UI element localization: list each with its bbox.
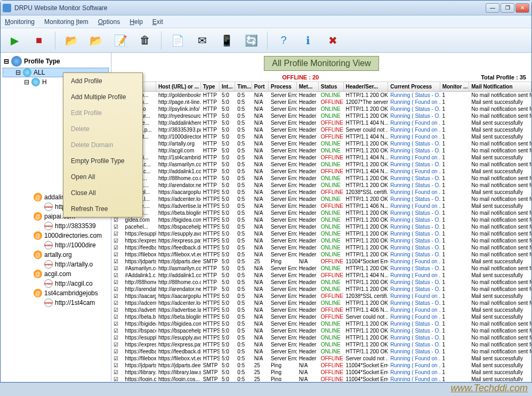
col-header[interactable]: Process: [269, 82, 297, 91]
menu-exit[interactable]: Exit: [152, 18, 163, 26]
col-header[interactable]: Type: [201, 82, 220, 91]
table-row[interactable]: ☑https://bigidea....https://bigidea.comH…: [111, 320, 531, 327]
table-row[interactable]: ☑dvertise....https://advertise.lati...HT…: [111, 203, 531, 209]
table-row[interactable]: ☑https://jdparts.de..https://jdparts.dee…: [111, 258, 531, 265]
table-row[interactable]: ☑https://advertis...https://advertise.la…: [111, 306, 531, 313]
tree-item[interactable]: wwwhttp://1000dire: [3, 240, 109, 250]
menu-monitoring-item[interactable]: Monitoring Item: [44, 18, 88, 26]
col-header[interactable]: Current Process: [388, 82, 440, 91]
table-row[interactable]: ☑dalink1.c...http://addalink1.comHTTP5:0…: [111, 168, 531, 175]
table-row[interactable]: ☑gidea.comhttps://bigidea.comHTTPS5:00:5…: [111, 216, 531, 223]
menu-help[interactable]: Help: [130, 18, 143, 26]
table-row[interactable]: ☑http://arendator...http://arendator.net…: [111, 286, 531, 293]
cell: Mail sent successfully: [469, 99, 531, 105]
menu-options[interactable]: Options: [98, 18, 120, 26]
table-row[interactable]: ☑https://adcenter...https://adcenter.loo…: [111, 300, 531, 306]
table-row[interactable]: ☑dcenter.l...https://adcenter.loo...HTTP…: [111, 196, 531, 203]
info-button[interactable]: ℹ: [299, 31, 318, 50]
table-row[interactable]: ☑ldenboo...http://goldenbookm...HTTP5:00…: [111, 92, 531, 99]
table-row[interactable]: ☑https://express.p...https://express.pay…: [111, 237, 531, 244]
cell: No mail notification sent for: [469, 279, 531, 285]
tree-item[interactable]: wwwhttp://artally.o: [3, 260, 109, 269]
table-row[interactable]: ☑acargopl...https://aacargoplus...HTTPS5…: [111, 189, 531, 196]
col-header[interactable]: Met...: [297, 82, 319, 91]
table-row[interactable]: ☑dalinkhe...http://addalinkhere...HTTP5:…: [111, 119, 531, 126]
table-row[interactable]: ☑http://88home....http://88home.co.ccHTT…: [111, 279, 531, 286]
table-row[interactable]: ☑https://filebox.vt...https://filebox.vt…: [111, 251, 531, 258]
tree-item[interactable]: @1000directories.com: [3, 231, 109, 240]
col-header[interactable]: Host (URL) or ...: [156, 82, 201, 91]
table-row[interactable]: ☑home.c...http://88home.co.ccHTTP5:00:5N…: [111, 175, 531, 182]
tree-item[interactable]: @acgil.com: [3, 269, 109, 279]
ctx-empty-profile-type[interactable]: Empty Profile Type: [63, 153, 142, 169]
col-header[interactable]: Tim...: [235, 82, 252, 91]
cell: ☑: [111, 231, 123, 237]
col-header[interactable]: Int...: [220, 82, 235, 91]
table-row[interactable]: ☑https://jdparts.de..https://jdparts.dee…: [111, 362, 531, 369]
table-row[interactable]: ☑https://beta.blo...https://beta.bloglin…: [111, 313, 531, 320]
table-row[interactable]: ☑00direct...http://1000directori...HTTP5…: [111, 133, 531, 140]
edit-profile-button[interactable]: 📝: [111, 31, 130, 50]
table-row[interactable]: ☑pacehel...https://bspacehelp....HTTPS5:…: [111, 223, 531, 230]
menu-monitoring[interactable]: Monitoring: [5, 18, 35, 26]
mobile-button[interactable]: 📱: [217, 31, 236, 50]
cell: 5:0: [220, 210, 235, 216]
table-row[interactable]: ☑ally.orghttp://artally.orgHTTP5:00:5N/A…: [111, 140, 531, 147]
cell: No mail notification sent for: [469, 231, 531, 237]
col-header[interactable]: Mail Notification: [469, 82, 531, 91]
col-header[interactable]: Header/Ser...: [344, 82, 389, 91]
data-table[interactable]: NameHost (URL) or ...TypeInt...Tim...Por…: [111, 82, 531, 381]
delete-button[interactable]: 🗑: [135, 31, 155, 50]
table-row[interactable]: ☑4cambri...http://1st4cambridg...HTTP5:0…: [111, 154, 531, 161]
table-row[interactable]: ☑https://aacargo...https://aacargoplus..…: [111, 293, 531, 300]
cell: http://page.nt-line.ru: [156, 99, 201, 105]
col-header[interactable]: Monitor ...: [440, 82, 470, 91]
table-row[interactable]: ☑ge.nt-lin...http://page.nt-line.ruHTTP5…: [111, 99, 531, 106]
maximize-button[interactable]: ❐: [501, 3, 514, 13]
table-row[interactable]: ☑endator....http://arendator.net...HTTP5…: [111, 182, 531, 189]
table-row[interactable]: ☑335393.p...http://38335393.pai...HTTP5:…: [111, 126, 531, 133]
help-button[interactable]: ?: [274, 31, 293, 50]
table-row[interactable]: ☑https://feedback...https://feedback.di.…: [111, 244, 531, 251]
play-button[interactable]: ▶: [5, 31, 24, 50]
table-row[interactable]: ☑#Asmarilyn.co...http://asmarilyn.comHTT…: [111, 265, 531, 272]
table-row[interactable]: ☑https://express.p...https://express.pay…: [111, 341, 531, 348]
table-row[interactable]: ☑https://login.cos...https://login.cos..…: [111, 376, 531, 381]
ctx-refresh-tree[interactable]: Refresh Tree: [63, 201, 142, 217]
minimize-button[interactable]: —: [486, 3, 499, 13]
ctx-add-multiple-profile[interactable]: Add Multiple Profile: [63, 89, 142, 105]
report-button[interactable]: 📄: [168, 31, 187, 50]
table-row[interactable]: ☑#Addalink1.c...http://addalink1.comHTTP…: [111, 272, 531, 279]
tree-item[interactable]: wwwhttp://3833539: [3, 221, 109, 231]
table-row[interactable]: ☑https://esupply.a...https://esupply.ava…: [111, 230, 531, 237]
table-row[interactable]: ☑https://feedback...https://feedback.di.…: [111, 348, 531, 355]
email-button[interactable]: ✉: [192, 31, 212, 50]
ctx-add-profile[interactable]: Add Profile: [63, 73, 142, 89]
tree-root-profile-type[interactable]: ⊟ Profile Type: [3, 55, 109, 68]
ctx-close-all[interactable]: Close All: [63, 185, 142, 201]
tree-item[interactable]: wwwhttp://acgil.co: [3, 279, 109, 288]
cell: Server Erro...: [269, 231, 297, 237]
table-row[interactable]: ☑https://bspaceh...https://bspacehelp...…: [111, 327, 531, 334]
refresh-button[interactable]: 🔄: [241, 31, 261, 50]
exit-button[interactable]: ✖: [323, 31, 342, 50]
table-row[interactable]: ☑edresour...http://nyedresource...HTTP5:…: [111, 112, 531, 119]
table-row[interactable]: ☑ylink.infohttp://psylink.info/HTTP5:00:…: [111, 106, 531, 112]
table-row[interactable]: ☑https://library.la...https://library.la…: [111, 369, 531, 376]
table-row[interactable]: ☑ta.blogli...https://beta.bloglin...HTTP…: [111, 209, 531, 216]
cell: N/A: [252, 127, 269, 133]
table-row[interactable]: ☑gil.comhttp://acgil.comHTTP5:00:5N/ASer…: [111, 147, 531, 154]
ctx-open-all[interactable]: Open All: [63, 169, 142, 185]
add-profile-button[interactable]: 📂: [62, 31, 81, 50]
tree-item[interactable]: wwwhttp://1st4cam: [3, 298, 109, 308]
table-row[interactable]: ☑https://filebox.vt...https://filebox.vt…: [111, 355, 531, 362]
stop-button[interactable]: ■: [29, 31, 49, 50]
col-header[interactable]: Port: [252, 82, 269, 91]
col-header[interactable]: Status: [319, 82, 344, 91]
tree-item[interactable]: @artally.org: [3, 250, 109, 260]
add-multi-profile-button[interactable]: 📂: [86, 31, 106, 50]
close-button[interactable]: ✕: [515, 3, 529, 13]
table-row[interactable]: ☑marilyn.c...http://asmarilyn.comHTTP5:0…: [111, 161, 531, 168]
table-row[interactable]: ☑https://esupply.a...https://esupply.ava…: [111, 334, 531, 341]
tree-item[interactable]: @1st4cambridgejobs: [3, 288, 109, 298]
